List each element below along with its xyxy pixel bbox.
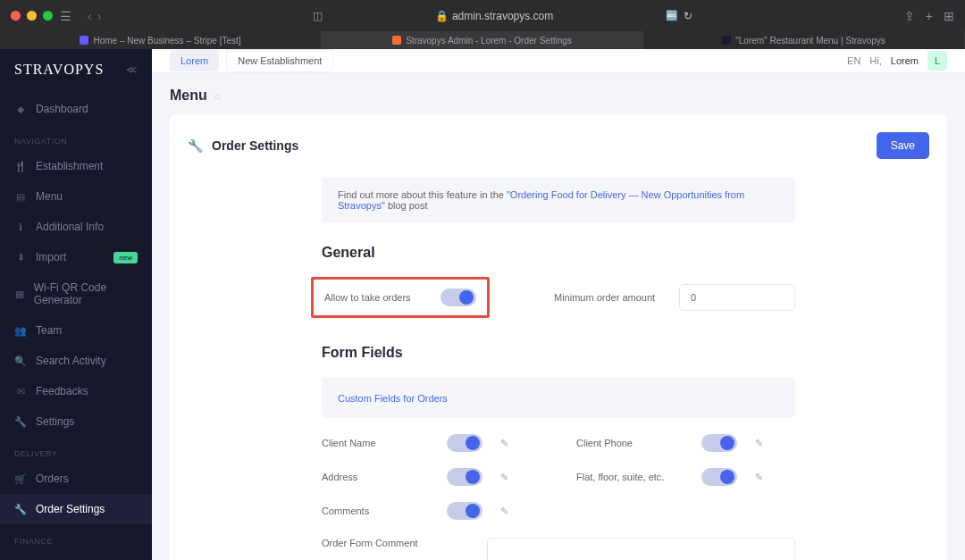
sidebar-section-navigation: NAVIGATION <box>0 124 152 151</box>
order-comment-label: Order Form Comment <box>322 538 451 560</box>
window-controls <box>11 11 53 21</box>
sidebar-item-establishment[interactable]: 🍴 Establishment <box>0 151 152 181</box>
maximize-window-button[interactable] <box>43 11 53 21</box>
info-banner: Find out more about this feature in the … <box>322 177 795 223</box>
sidebar-item-dashboard[interactable]: ◆ Dashboard <box>0 94 152 124</box>
address-bar[interactable]: ◫ 🔒 admin.stravopys.com 🔤 ↻ <box>108 10 896 22</box>
min-amount-input[interactable] <box>679 284 795 311</box>
sidebar-item-settings[interactable]: 🔧 Settings <box>0 406 152 437</box>
sidebar-item-qr[interactable]: ▦ Wi-Fi QR Code Generator <box>0 272 152 315</box>
sidebar-item-orders[interactable]: 🛒 Orders <box>0 464 152 494</box>
section-form-fields: Form Fields <box>322 345 795 361</box>
home-icon[interactable]: ⌂ <box>214 90 221 101</box>
sidebar-item-label: Import <box>36 251 66 263</box>
minimize-window-button[interactable] <box>27 11 37 21</box>
order-settings-icon: 🔧 <box>14 503 27 515</box>
top-right: EN Hi, Lorem L <box>847 51 947 71</box>
collapse-sidebar-button[interactable]: ≪ <box>126 63 138 76</box>
username-text: Lorem <box>891 55 919 66</box>
sidebar-item-label: Order Settings <box>36 503 105 515</box>
comments-toggle[interactable] <box>447 502 482 520</box>
main-content: Lorem New Establishment EN Hi, Lorem L M… <box>152 49 965 560</box>
avatar[interactable]: L <box>927 51 947 71</box>
info-text-pre: Find out more about this feature in the <box>338 189 507 200</box>
save-button[interactable]: Save <box>877 132 929 159</box>
sidebar-item-feedbacks[interactable]: ✉ Feedbacks <box>0 376 152 406</box>
section-general: General <box>322 245 795 261</box>
custom-fields-link[interactable]: Custom Fields for Orders <box>338 393 448 404</box>
sidebar-item-additional[interactable]: ℹ Additional Info <box>0 212 152 242</box>
sidebar-item-team[interactable]: 👥 Team <box>0 315 152 346</box>
establishment-tab-new[interactable]: New Establishment <box>226 49 333 72</box>
sidebar: STRAVOPYS ≪ ◆ Dashboard NAVIGATION 🍴 Est… <box>0 49 152 560</box>
client-name-label: Client Name <box>322 438 429 448</box>
order-comment-textarea[interactable] <box>487 538 795 560</box>
allow-orders-toggle[interactable] <box>441 288 476 306</box>
allow-orders-highlight: Allow to take orders <box>311 277 490 318</box>
client-phone-toggle[interactable] <box>701 434 737 452</box>
back-button[interactable]: ‹ <box>88 9 92 23</box>
greeting-text: Hi, <box>869 55 881 66</box>
sidebar-item-label: Settings <box>36 415 74 428</box>
breadcrumb: Menu <box>170 88 207 104</box>
sidebar-icon[interactable]: ☰ <box>60 9 71 23</box>
nav-arrows: ‹ › <box>88 9 101 23</box>
forward-button[interactable]: › <box>97 9 102 23</box>
sidebar-item-pricing[interactable]: 🏷 Pricing Plans <box>0 551 152 560</box>
address-toggle[interactable] <box>447 468 482 486</box>
translate-icon[interactable]: 🔤 <box>666 10 678 21</box>
sidebar-section-finance: FINANCE <box>0 524 152 551</box>
sidebar-item-label: Dashboard <box>36 103 88 115</box>
edit-icon[interactable]: ✎ <box>755 438 763 449</box>
custom-fields-banner: Custom Fields for Orders <box>322 377 795 418</box>
flat-label: Flat, floor, suite, etc. <box>576 472 684 482</box>
sidebar-item-order-settings[interactable]: 🔧 Order Settings <box>0 494 152 524</box>
flat-toggle[interactable] <box>701 468 737 486</box>
reload-button[interactable]: ↻ <box>684 10 692 22</box>
language-selector[interactable]: EN <box>847 55 860 66</box>
top-bar: Lorem New Establishment EN Hi, Lorem L <box>152 49 965 73</box>
edit-icon[interactable]: ✎ <box>755 472 763 483</box>
sidebar-item-label: Wi-Fi QR Code Generator <box>34 281 138 306</box>
client-phone-label: Client Phone <box>576 438 684 448</box>
tabs-button[interactable]: ⊞ <box>944 9 954 23</box>
tab-label: Home – New Business – Stripe [Test] <box>93 36 240 46</box>
sidebar-item-label: Additional Info <box>36 221 104 233</box>
info-icon: ℹ <box>14 221 27 233</box>
edit-icon[interactable]: ✎ <box>500 438 508 449</box>
edit-icon[interactable]: ✎ <box>500 472 508 483</box>
browser-tabs: Home – New Business – Stripe [Test] Stra… <box>0 31 965 49</box>
dashboard-icon: ◆ <box>14 103 27 115</box>
new-tab-button[interactable]: + <box>926 9 933 23</box>
tab-favicon-icon <box>80 36 88 45</box>
allow-orders-label: Allow to take orders <box>324 292 432 303</box>
share-button[interactable]: ⇪ <box>904 9 915 23</box>
sidebar-item-label: Orders <box>36 472 69 485</box>
browser-tab-stripe[interactable]: Home – New Business – Stripe [Test] <box>0 31 322 49</box>
browser-tab-admin[interactable]: Stravopys Admin - Lorem - Order Settings <box>322 31 643 49</box>
lock-icon: 🔒 <box>435 10 449 22</box>
card-header: 🔧 Order Settings Save <box>188 132 929 159</box>
sidebar-item-menu[interactable]: ▤ Menu <box>0 181 152 212</box>
tab-favicon-icon <box>722 36 731 45</box>
browser-tab-menu[interactable]: "Lorem" Restaurant Menu | Stravopys <box>643 31 965 49</box>
import-icon: ⬇ <box>14 251 27 263</box>
edit-icon[interactable]: ✎ <box>500 506 508 517</box>
sidebar-section-delivery: DELIVERY <box>0 437 152 464</box>
client-name-toggle[interactable] <box>447 434 482 452</box>
establishment-icon: 🍴 <box>14 160 27 172</box>
logo-area: STRAVOPYS ≪ <box>0 49 152 94</box>
close-window-button[interactable] <box>11 11 21 21</box>
info-text-post: blog post <box>385 200 428 211</box>
qr-icon: ▦ <box>14 288 25 300</box>
feedback-icon: ✉ <box>14 385 27 397</box>
wrench-icon: 🔧 <box>188 138 203 153</box>
sidebar-item-import[interactable]: ⬇ Import new <box>0 242 152 272</box>
address-label: Address <box>322 472 429 482</box>
establishment-tab-lorem[interactable]: Lorem <box>170 50 219 71</box>
tab-label: "Lorem" Restaurant Menu | Stravopys <box>735 36 885 46</box>
menu-icon: ▤ <box>14 190 27 203</box>
tab-favicon-icon <box>392 36 401 45</box>
sidebar-item-search[interactable]: 🔍 Search Activity <box>0 346 152 376</box>
settings-icon: 🔧 <box>14 415 27 428</box>
